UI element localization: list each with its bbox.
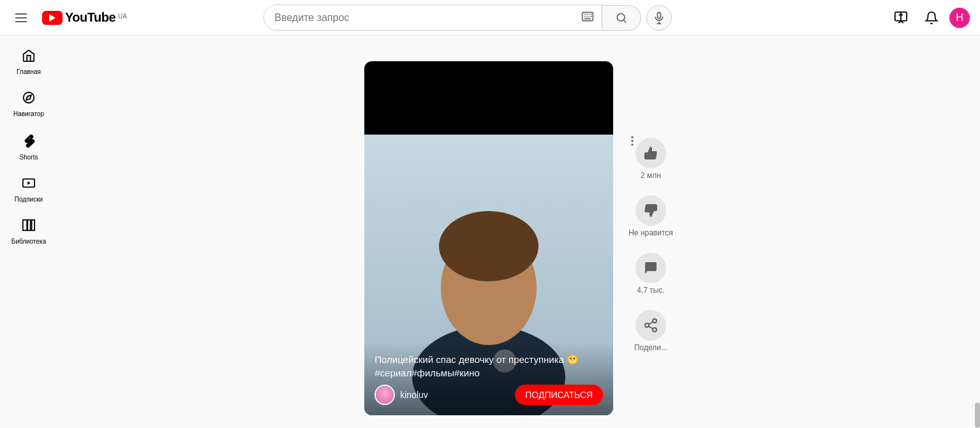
- svg-point-20: [653, 319, 657, 323]
- svg-marker-5: [26, 95, 31, 100]
- svg-point-4: [24, 92, 34, 103]
- bell-icon: [924, 11, 939, 25]
- scrollbar-track: [975, 36, 980, 428]
- create-button[interactable]: [888, 5, 914, 31]
- dislike-label: Не нравится: [628, 228, 673, 237]
- share-label: Подели...: [634, 343, 667, 352]
- shorts-container: Полицейский спас девочку от преступника …: [364, 61, 673, 415]
- svg-point-18: [632, 140, 634, 142]
- shorts-icon: [21, 133, 36, 151]
- logo-text: YouTube: [65, 10, 115, 25]
- sidebar-item-shorts-label: Shorts: [20, 154, 38, 161]
- search-icon: [615, 11, 628, 24]
- svg-point-22: [653, 328, 657, 332]
- more-vert-icon: [626, 135, 639, 147]
- youtube-logo-icon: [42, 11, 63, 25]
- video-player[interactable]: Полицейский спас девочку от преступника …: [364, 135, 613, 415]
- sidebar-item-home-label: Главная: [17, 68, 41, 75]
- svg-point-21: [645, 323, 649, 327]
- share-action[interactable]: Подели...: [634, 310, 667, 352]
- search-container: [264, 4, 672, 31]
- svg-rect-8: [23, 220, 27, 231]
- share-icon-circle: [635, 310, 666, 341]
- channel-avatar: [375, 385, 395, 405]
- home-icon: [22, 48, 36, 66]
- svg-rect-10: [32, 220, 35, 231]
- dislike-icon-circle: [635, 195, 666, 226]
- svg-rect-2: [658, 12, 661, 18]
- comment-count: 4,7 тыс.: [637, 286, 664, 295]
- microphone-button[interactable]: [646, 5, 672, 31]
- sidebar-item-subscriptions-label: Подписки: [15, 196, 43, 203]
- sidebar-item-home[interactable]: Главная: [0, 41, 57, 80]
- svg-point-1: [618, 13, 625, 21]
- actions-panel: 2 млн Не нравится 4,7: [628, 61, 673, 352]
- subscriptions-icon: [22, 176, 36, 193]
- like-action[interactable]: 2 млн: [635, 138, 666, 180]
- video-overlay: Полицейский спас девочку от преступника …: [364, 343, 613, 415]
- comment-action[interactable]: 4,7 тыс.: [635, 253, 666, 295]
- channel-name: kinoluv: [400, 390, 428, 400]
- search-input[interactable]: [264, 5, 574, 30]
- header-left: YouTube UA: [10, 8, 151, 27]
- svg-point-14: [439, 211, 538, 281]
- library-icon: [22, 218, 36, 235]
- thumbs-up-icon: [643, 145, 658, 161]
- subscribe-button[interactable]: ПОДПИСАТЬСЯ: [515, 385, 603, 405]
- channel-info: kinoluv: [375, 385, 428, 405]
- sidebar-item-subscriptions[interactable]: Подписки: [0, 168, 57, 208]
- sidebar: Главная Навигатор Shorts Подписки: [0, 36, 57, 428]
- svg-point-17: [632, 137, 634, 138]
- search-form: [264, 4, 602, 31]
- video-title: Полицейский спас девочку от преступника …: [375, 353, 603, 380]
- dislike-action[interactable]: Не нравится: [628, 195, 673, 237]
- sidebar-item-library[interactable]: Библиотека: [0, 210, 57, 250]
- thumbs-down-icon: [643, 203, 658, 218]
- hamburger-button[interactable]: [10, 8, 32, 27]
- logo-country: UA: [118, 13, 127, 20]
- like-icon-circle: [635, 138, 666, 168]
- sidebar-item-explore-label: Навигатор: [13, 110, 44, 117]
- channel-avatar-image: [376, 386, 394, 404]
- comment-icon: [643, 260, 658, 276]
- scrollbar-thumb[interactable]: [975, 402, 980, 428]
- microphone-icon: [653, 11, 665, 24]
- like-count: 2 млн: [641, 171, 661, 180]
- svg-rect-9: [27, 220, 31, 231]
- sidebar-item-library-label: Библиотека: [11, 238, 46, 245]
- main-content: Полицейский спас девочку от преступника …: [57, 36, 980, 428]
- sidebar-item-explore[interactable]: Навигатор: [0, 83, 57, 122]
- user-avatar-button[interactable]: H: [949, 8, 970, 28]
- video-top-black: [364, 61, 613, 135]
- video-wrapper: Полицейский спас девочку от преступника …: [364, 61, 613, 415]
- svg-line-24: [649, 322, 653, 325]
- header-right: H: [888, 5, 970, 31]
- sidebar-item-shorts[interactable]: Shorts: [0, 125, 57, 166]
- comment-icon-circle: [635, 253, 666, 283]
- header: YouTube UA: [0, 0, 980, 36]
- more-options-button[interactable]: [626, 135, 639, 151]
- compass-icon: [22, 91, 36, 108]
- keyboard-button[interactable]: [574, 5, 602, 30]
- youtube-logo[interactable]: YouTube UA: [42, 10, 127, 25]
- channel-row: kinoluv ПОДПИСАТЬСЯ: [375, 385, 603, 405]
- svg-marker-7: [27, 181, 31, 185]
- share-icon: [643, 318, 658, 333]
- svg-point-19: [632, 144, 634, 145]
- notifications-button[interactable]: [919, 5, 944, 31]
- svg-line-23: [649, 327, 653, 329]
- create-icon: [894, 11, 908, 25]
- search-button[interactable]: [602, 5, 641, 31]
